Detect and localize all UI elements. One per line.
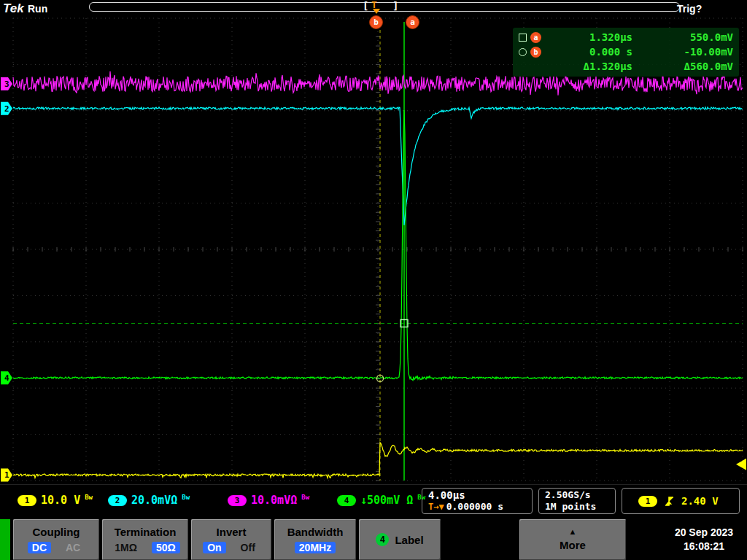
more-up-arrow-icon: ▲ [569, 528, 577, 535]
cursor-readout-panel: a 1.320µs 550.0mV b 0.000 s -10.00mV Δ1.… [513, 28, 739, 77]
ch2-badge: 2 [108, 495, 127, 506]
ch2-scale: 20.0mVΩ [131, 494, 177, 507]
channel-menu-bar: Coupling DC AC Termination 1MΩ 50Ω Inver… [0, 518, 747, 560]
ch3-badge: 3 [228, 495, 247, 506]
ch1-position-label: 1 [4, 470, 9, 480]
ch3-scale-readout: 3 10.0mVΩ Bw [228, 494, 309, 507]
cursor-delta-value: Δ560.0mV [632, 61, 733, 72]
ch4-badge: 4 [337, 495, 356, 506]
ch1-scale: 10.0 V [41, 494, 80, 507]
trigger-delay-icon: T→▼ [428, 502, 444, 512]
cursor-a-badge: a [530, 32, 541, 43]
rising-edge-slope-icon [664, 495, 675, 508]
ch1-badge: 1 [18, 495, 36, 506]
ch1-scale-readout: 1 10.0 V Bw [18, 494, 93, 507]
channel4-menu-tab [0, 519, 10, 560]
trigger-level: 2.40 V [681, 495, 719, 507]
tek-logo: Tek [3, 1, 24, 16]
more-title: More [560, 539, 586, 551]
cursor-a-time: 1.320µs [552, 31, 632, 43]
acquisition-status: Run [28, 3, 47, 15]
cursor-a-row: a 1.320µs 550.0mV [519, 30, 733, 44]
cursor-a-value: 550.0mV [632, 31, 733, 43]
cursor-b-time: 0.000 s [552, 46, 632, 58]
ch2-position-label: 2 [4, 104, 9, 114]
datetime-display: 20 Sep 2023 16:08:21 [661, 519, 747, 560]
ch4-scale-readout: 4 ↓500mV Ω Bw [337, 494, 425, 507]
ch3-position-label: 3 [4, 79, 9, 89]
trigger-readout: 1 2.40 V [622, 488, 740, 514]
termination-50ohm-option[interactable]: 50Ω [152, 542, 180, 553]
cursor-a-top-marker: a [406, 15, 419, 29]
trigger-position-arrow-icon [373, 9, 380, 14]
termination-button[interactable]: Termination 1MΩ 50Ω [102, 519, 188, 560]
cursor-b-top-marker: b [369, 15, 383, 29]
acquisition-readout: 2.50GS/s 1M points [538, 488, 616, 514]
ch2-bandwidth-limit-icon: Bw [182, 494, 190, 501]
ch1-bandwidth-limit-icon: Bw [85, 494, 93, 501]
ch2-scale-readout: 2 20.0mVΩ Bw [108, 494, 190, 507]
coupling-title: Coupling [33, 526, 80, 538]
cursor-delta-row: Δ1.320µs Δ560.0mV [519, 59, 733, 74]
invert-on-option[interactable]: On [203, 542, 225, 553]
cursor-b-row: b 0.000 s -10.00mV [519, 44, 733, 59]
coupling-ac-option[interactable]: AC [61, 542, 85, 553]
invert-off-option[interactable]: Off [236, 542, 260, 553]
label-channel-badge: 4 [376, 533, 389, 546]
oscilloscope-screen: 3241 Tek Run [ ] T Trig? b a a 1.320µs 5… [0, 0, 747, 560]
bandwidth-title: Bandwidth [287, 526, 344, 538]
cursor-b-value: -10.00mV [632, 46, 733, 58]
cursor-delta-time: Δ1.320µs [552, 61, 632, 72]
invert-title: Invert [217, 526, 247, 538]
more-button[interactable]: ▲ More [519, 519, 626, 560]
termination-1mohm-option[interactable]: 1MΩ [110, 542, 142, 553]
coupling-button[interactable]: Coupling DC AC [13, 519, 99, 560]
sample-rate: 2.50GS/s [545, 489, 609, 501]
trigger-level-arrow-icon [736, 459, 746, 470]
record-view-bar [89, 2, 680, 12]
invert-button[interactable]: Invert On Off [191, 519, 271, 560]
trigger-source-badge: 1 [638, 496, 657, 507]
timebase-readout: 4.00µs T→▼0.000000 s [422, 488, 533, 514]
trigger-status: Trig? [677, 3, 702, 15]
trigger-delay-value: 0.000000 s [446, 501, 503, 512]
cursor-a-square-icon [519, 34, 527, 42]
status-readout-bar: 1 10.0 V Bw 2 20.0mVΩ Bw 3 10.0mVΩ Bw 4 … [0, 484, 747, 518]
ch3-scale: 10.0mVΩ [251, 494, 297, 507]
ch3-bandwidth-limit-icon: Bw [301, 494, 309, 501]
label-button[interactable]: 4 Label [359, 519, 441, 560]
zoom-bracket-left: [ [363, 0, 368, 12]
timebase-scale: 4.00µs [428, 489, 526, 501]
cursor-b-circle-icon [519, 48, 527, 56]
bandwidth-20mhz-option[interactable]: 20MHz [295, 542, 336, 553]
label-title: Label [395, 534, 423, 546]
trace-ch4 [13, 110, 743, 381]
ch4-position-label: 4 [4, 373, 9, 383]
record-length: 1M points [545, 501, 609, 513]
waveform-display: 3241 [0, 0, 747, 560]
ch4-scale: ↓500mV Ω [360, 494, 413, 507]
time-value: 16:08:21 [684, 540, 724, 553]
bandwidth-button[interactable]: Bandwidth 20MHz [274, 519, 356, 560]
cursor-b-badge: b [530, 47, 541, 58]
date-value: 20 Sep 2023 [675, 526, 733, 540]
zoom-bracket-right: ] [392, 0, 398, 12]
termination-title: Termination [115, 526, 177, 538]
coupling-dc-option[interactable]: DC [28, 542, 51, 553]
